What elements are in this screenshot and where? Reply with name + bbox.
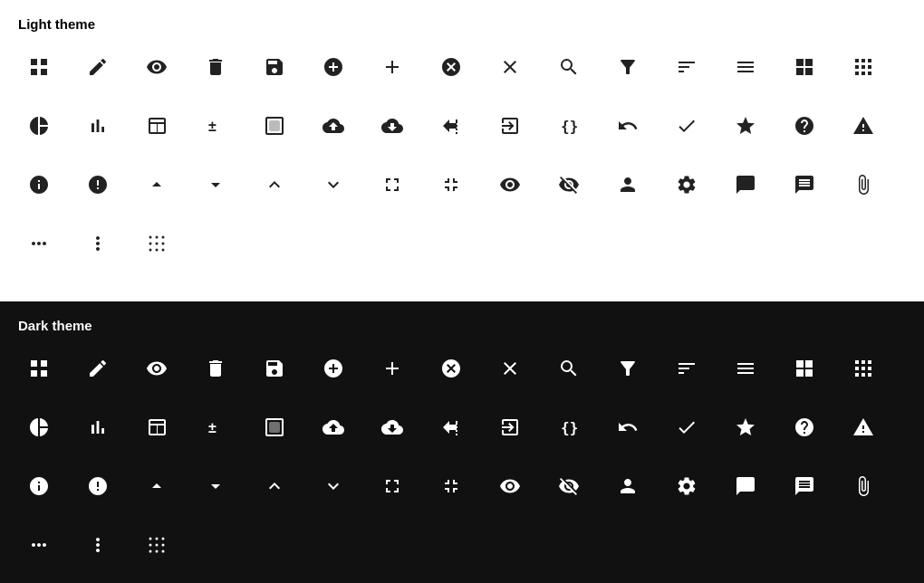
visibility-icon[interactable] [480, 155, 539, 214]
dark-info-icon[interactable] [9, 456, 68, 515]
dark-close-circle-icon[interactable] [421, 339, 480, 397]
chevron-up-icon[interactable] [245, 155, 303, 214]
grid-small-icon[interactable] [833, 37, 892, 96]
dark-more-horizontal-icon[interactable] [9, 515, 68, 574]
check-icon[interactable] [657, 96, 716, 155]
dark-trash-icon[interactable] [186, 339, 245, 397]
dark-menu-lines-icon[interactable] [716, 339, 775, 397]
dark-caret-down-icon[interactable] [186, 456, 245, 515]
dark-more-vertical-icon[interactable] [68, 515, 127, 574]
table-icon[interactable] [127, 96, 186, 155]
dark-help-circle-icon[interactable] [775, 397, 833, 456]
svg-rect-34 [861, 367, 865, 370]
dark-filter-icon[interactable] [598, 339, 657, 397]
dark-sign-out-icon[interactable] [480, 397, 539, 456]
info-icon[interactable] [9, 155, 68, 214]
chevron-down-icon[interactable] [303, 155, 362, 214]
dark-save-icon[interactable] [245, 339, 303, 397]
dark-expand-icon[interactable] [362, 456, 421, 515]
dark-upload-cloud-icon[interactable] [303, 397, 362, 456]
dark-download-cloud-icon[interactable] [362, 397, 421, 456]
visibility-off-icon[interactable] [539, 155, 598, 214]
dark-grid-small-icon[interactable] [833, 339, 892, 397]
dark-star-icon[interactable] [716, 397, 775, 456]
undo-icon[interactable] [598, 96, 657, 155]
upload-cloud-icon[interactable] [303, 96, 362, 155]
error-badge-icon[interactable] [68, 155, 127, 214]
paperclip-icon[interactable] [833, 155, 892, 214]
dark-chat-text-icon[interactable] [775, 456, 833, 515]
filter-icon[interactable] [598, 37, 657, 96]
sign-in-icon[interactable] [421, 96, 480, 155]
dark-dots-grid-icon[interactable] [127, 515, 186, 574]
formula-icon[interactable]: ± [186, 96, 245, 155]
dark-close-icon[interactable] [480, 339, 539, 397]
eye-icon[interactable] [127, 37, 186, 96]
pie-chart-icon[interactable] [9, 96, 68, 155]
dark-braces-icon[interactable]: {} [539, 397, 598, 456]
help-circle-icon[interactable] [775, 96, 833, 155]
dark-pencil-icon[interactable] [68, 339, 127, 397]
dark-chevron-down-icon[interactable] [303, 456, 362, 515]
download-cloud-icon[interactable] [362, 96, 421, 155]
dark-visibility-off-icon[interactable] [539, 456, 598, 515]
close-icon[interactable] [480, 37, 539, 96]
bar-chart-icon[interactable] [68, 96, 127, 155]
chat-text-icon[interactable] [775, 155, 833, 214]
dark-plus-icon[interactable] [362, 339, 421, 397]
dark-settings-icon[interactable] [657, 456, 716, 515]
select-box-icon[interactable] [245, 96, 303, 155]
person-icon[interactable] [598, 155, 657, 214]
svg-point-19 [161, 235, 164, 238]
dark-sort-icon[interactable] [657, 339, 716, 397]
warning-icon[interactable] [833, 96, 892, 155]
svg-text:±: ± [208, 420, 217, 435]
dark-add-circle-icon[interactable] [303, 339, 362, 397]
settings-icon[interactable] [657, 155, 716, 214]
dark-paperclip-icon[interactable] [833, 456, 892, 515]
menu-lines-icon[interactable] [716, 37, 775, 96]
dark-eye-icon[interactable] [127, 339, 186, 397]
grid-icon[interactable] [9, 37, 68, 96]
pencil-icon[interactable] [68, 37, 127, 96]
dark-table-icon[interactable] [127, 397, 186, 456]
add-circle-icon[interactable] [303, 37, 362, 96]
plus-icon[interactable] [362, 37, 421, 96]
sign-out-icon[interactable] [480, 96, 539, 155]
dark-warning-icon[interactable] [833, 397, 892, 456]
dark-error-badge-icon[interactable] [68, 456, 127, 515]
more-vertical-icon[interactable] [68, 214, 127, 272]
more-horizontal-icon[interactable] [9, 214, 68, 272]
dark-collapse-icon[interactable] [421, 456, 480, 515]
dark-sign-in-icon[interactable] [421, 397, 480, 456]
trash-icon[interactable] [186, 37, 245, 96]
expand-icon[interactable] [362, 155, 421, 214]
caret-up-icon[interactable] [127, 155, 186, 214]
svg-point-24 [155, 248, 158, 251]
dark-grid4-icon[interactable] [775, 339, 833, 397]
dark-pie-chart-icon[interactable] [9, 397, 68, 456]
dark-chevron-up-icon[interactable] [245, 456, 303, 515]
close-circle-icon[interactable] [421, 37, 480, 96]
grid4-icon[interactable] [775, 37, 833, 96]
dark-chat-bubble-icon[interactable] [716, 456, 775, 515]
chat-bubble-icon[interactable] [716, 155, 775, 214]
dark-caret-up-icon[interactable] [127, 456, 186, 515]
dots-grid-icon[interactable] [127, 214, 186, 272]
dark-select-box-icon[interactable] [245, 397, 303, 456]
save-icon[interactable] [245, 37, 303, 96]
dark-visibility-icon[interactable] [480, 456, 539, 515]
sort-icon[interactable] [657, 37, 716, 96]
collapse-icon[interactable] [421, 155, 480, 214]
dark-check-icon[interactable] [657, 397, 716, 456]
dark-bar-chart-icon[interactable] [68, 397, 127, 456]
caret-down-icon[interactable] [186, 155, 245, 214]
dark-grid-icon[interactable] [9, 339, 68, 397]
braces-icon[interactable]: {} [539, 96, 598, 155]
search-icon[interactable] [539, 37, 598, 96]
dark-person-icon[interactable] [598, 456, 657, 515]
star-icon[interactable] [716, 96, 775, 155]
dark-formula-icon[interactable]: ± [186, 397, 245, 456]
dark-search-icon[interactable] [539, 339, 598, 397]
dark-undo-icon[interactable] [598, 397, 657, 456]
